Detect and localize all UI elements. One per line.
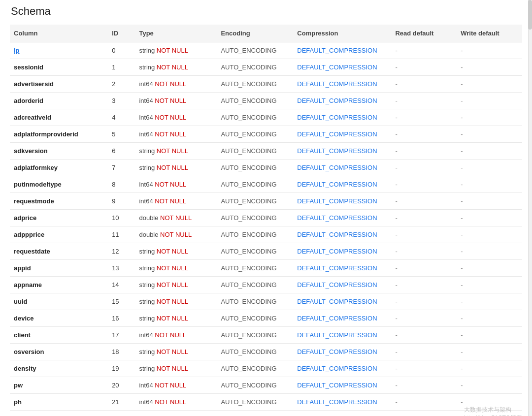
column-encoding: AUTO_ENCODING bbox=[217, 210, 293, 226]
column-read-default: - bbox=[391, 377, 457, 394]
column-id: 13 bbox=[108, 260, 135, 277]
column-type: string NOT NULL bbox=[135, 243, 217, 260]
column-read-default: - bbox=[391, 42, 457, 59]
column-write-default: - bbox=[457, 411, 522, 416]
column-write-default: - bbox=[457, 143, 522, 160]
column-read-default: - bbox=[391, 277, 457, 293]
column-write-default: - bbox=[457, 42, 522, 59]
column-encoding: AUTO_ENCODING bbox=[217, 76, 293, 93]
column-write-default: - bbox=[457, 344, 522, 360]
column-id: 19 bbox=[108, 360, 135, 377]
column-type: double NOT NULL bbox=[135, 210, 217, 226]
table-row: appname14string NOT NULLAUTO_ENCODINGDEF… bbox=[10, 277, 522, 293]
column-read-default: - bbox=[391, 243, 457, 260]
column-type: int64 NOT NULL bbox=[135, 176, 217, 193]
column-encoding: AUTO_ENCODING bbox=[217, 226, 293, 243]
column-type: int64 NOT NULL bbox=[135, 76, 217, 93]
column-id: 4 bbox=[108, 109, 135, 126]
column-compression: DEFAULT_COMPRESSION bbox=[293, 226, 391, 243]
column-read-default: - bbox=[391, 93, 457, 109]
column-id: 1 bbox=[108, 59, 135, 76]
column-id: 11 bbox=[108, 226, 135, 243]
column-encoding: AUTO_ENCODING bbox=[217, 411, 293, 416]
column-compression: DEFAULT_COMPRESSION bbox=[293, 344, 391, 360]
column-compression: DEFAULT_COMPRESSION bbox=[293, 377, 391, 394]
column-id: 3 bbox=[108, 93, 135, 109]
column-name: client bbox=[10, 327, 108, 344]
column-compression: DEFAULT_COMPRESSION bbox=[293, 126, 391, 143]
column-write-default: - bbox=[457, 126, 522, 143]
column-read-default: - bbox=[391, 143, 457, 160]
column-compression: DEFAULT_COMPRESSION bbox=[293, 93, 391, 109]
column-name: adprice bbox=[10, 210, 108, 226]
table-row: sessionid1string NOT NULLAUTO_ENCODINGDE… bbox=[10, 59, 522, 76]
column-name: pw bbox=[10, 377, 108, 394]
column-compression: DEFAULT_COMPRESSION bbox=[293, 310, 391, 327]
column-read-default: - bbox=[391, 76, 457, 93]
column-read-default: - bbox=[391, 293, 457, 310]
column-type: string NOT NULL bbox=[135, 160, 217, 176]
table-row: requestmode9int64 NOT NULLAUTO_ENCODINGD… bbox=[10, 193, 522, 210]
table-row: ph21int64 NOT NULLAUTO_ENCODINGDEFAULT_C… bbox=[10, 394, 522, 411]
column-id: 12 bbox=[108, 243, 135, 260]
header-type: Type bbox=[135, 25, 217, 42]
column-id: 15 bbox=[108, 293, 135, 310]
column-encoding: AUTO_ENCODING bbox=[217, 59, 293, 76]
column-compression: DEFAULT_COMPRESSION bbox=[293, 193, 391, 210]
column-compression: DEFAULT_COMPRESSION bbox=[293, 109, 391, 126]
column-type: int64 NOT NULL bbox=[135, 109, 217, 126]
column-type: string NOT NULL bbox=[135, 143, 217, 160]
column-encoding: AUTO_ENCODING bbox=[217, 126, 293, 143]
column-encoding: AUTO_ENCODING bbox=[217, 193, 293, 210]
header-column: Column bbox=[10, 25, 108, 42]
column-name-link[interactable]: ip bbox=[14, 47, 20, 54]
column-compression: DEFAULT_COMPRESSION bbox=[293, 210, 391, 226]
table-row: uuid15string NOT NULLAUTO_ENCODINGDEFAUL… bbox=[10, 293, 522, 310]
column-encoding: AUTO_ENCODING bbox=[217, 293, 293, 310]
schema-table: Column ID Type Encoding Compression Read… bbox=[10, 25, 522, 416]
column-id: 14 bbox=[108, 277, 135, 293]
column-compression: DEFAULT_COMPRESSION bbox=[293, 394, 391, 411]
table-header-row: Column ID Type Encoding Compression Read… bbox=[10, 25, 522, 42]
table-row: requestdate12string NOT NULLAUTO_ENCODIN… bbox=[10, 243, 522, 260]
column-encoding: AUTO_ENCODING bbox=[217, 42, 293, 59]
column-read-default: - bbox=[391, 193, 457, 210]
column-encoding: AUTO_ENCODING bbox=[217, 360, 293, 377]
column-type: int64 NOT NULL bbox=[135, 93, 217, 109]
column-write-default: - bbox=[457, 193, 522, 210]
column-name: density bbox=[10, 360, 108, 377]
column-name: requestmode bbox=[10, 193, 108, 210]
column-encoding: AUTO_ENCODING bbox=[217, 160, 293, 176]
column-type: string NOT NULL bbox=[135, 277, 217, 293]
column-name: sessionid bbox=[10, 59, 108, 76]
column-type: int64 NOT NULL bbox=[135, 377, 217, 394]
column-write-default: - bbox=[457, 210, 522, 226]
column-write-default: - bbox=[457, 93, 522, 109]
page-title: Schema bbox=[10, 5, 522, 18]
scrollbar-thumb[interactable] bbox=[528, 0, 532, 30]
table-row: adppprice11double NOT NULLAUTO_ENCODINGD… bbox=[10, 226, 522, 243]
column-id: 22 bbox=[108, 411, 135, 416]
page-container: Schema Column ID Type Encoding Compressi… bbox=[0, 0, 532, 416]
column-write-default: - bbox=[457, 226, 522, 243]
column-id: 16 bbox=[108, 310, 135, 327]
column-name: osversion bbox=[10, 344, 108, 360]
column-compression: DEFAULT_COMPRESSION bbox=[293, 360, 391, 377]
column-type: string NOT NULL bbox=[135, 59, 217, 76]
table-row: device16string NOT NULLAUTO_ENCODINGDEFA… bbox=[10, 310, 522, 327]
table-row: sdkversion6string NOT NULLAUTO_ENCODINGD… bbox=[10, 143, 522, 160]
column-id: 7 bbox=[108, 160, 135, 176]
column-id: 20 bbox=[108, 377, 135, 394]
column-write-default: - bbox=[457, 243, 522, 260]
column-type: string NOT NULL bbox=[135, 42, 217, 59]
column-encoding: AUTO_ENCODING bbox=[217, 143, 293, 160]
header-read-default: Read default bbox=[391, 25, 457, 42]
table-row: provincename22string NOT NULLAUTO_ENCODI… bbox=[10, 411, 522, 416]
column-name: adppprice bbox=[10, 226, 108, 243]
column-type: string NOT NULL bbox=[135, 260, 217, 277]
column-write-default: - bbox=[457, 327, 522, 344]
column-read-default: - bbox=[391, 360, 457, 377]
header-id: ID bbox=[108, 25, 135, 42]
column-read-default: - bbox=[391, 176, 457, 193]
scrollbar[interactable] bbox=[528, 0, 532, 416]
